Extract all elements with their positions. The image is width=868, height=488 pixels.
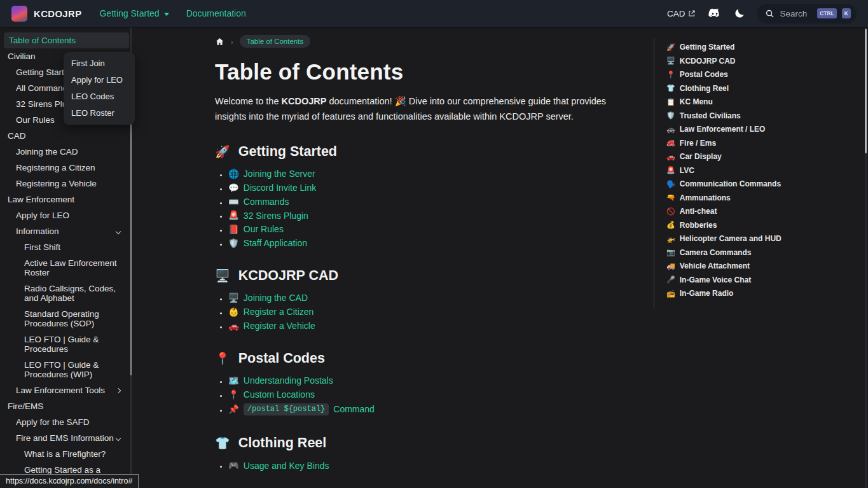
toc-link-postal-codes[interactable]: 📍Postal Codes — [666, 70, 855, 79]
discord-icon[interactable] — [708, 8, 722, 19]
sidebar-item-label: LEO FTO | Guide & Procedures — [24, 335, 123, 354]
brand-title[interactable]: KCDOJRP — [34, 8, 81, 19]
sidebar-item-registering-a-vehicle[interactable]: Registering a Vehicle — [0, 176, 129, 192]
toc-link-kc-menu[interactable]: 📋KC Menu — [666, 97, 855, 106]
toc-link-law-enforcement-leo[interactable]: 🚓Law Enforcement / LEO — [666, 125, 855, 134]
toc-link-label: Ammunations — [680, 193, 731, 202]
doc-link-joining-the-server[interactable]: 🌐Joining the Server — [228, 169, 315, 179]
sidebar-scrollbar-thumb[interactable] — [130, 89, 132, 375]
sidebar-item-label: Registering a Citizen — [16, 163, 95, 172]
cad-external-link[interactable]: CAD — [667, 9, 696, 18]
toc-link-clothing-reel[interactable]: 👕Clothing Reel — [666, 84, 855, 93]
doc-link-custom-locations[interactable]: 📍Custom Locations — [228, 390, 315, 400]
sidebar-item-label: Standard Operating Procedures (SOP) — [24, 309, 123, 328]
sidebar-item-what-is-a-firefighter[interactable]: What is a Firefighter? — [0, 446, 129, 462]
list-item: 🎮Usage and Key Binds — [228, 461, 640, 470]
sidebar-item-cad[interactable]: CAD — [0, 128, 129, 144]
doc-link-our-rules[interactable]: 📕Our Rules — [228, 225, 284, 234]
sidebar-item-radio-callsigns-codes-and-alphabet[interactable]: Radio Callsigns, Codes, and Alphabet — [0, 281, 129, 306]
nav-link-getting-started[interactable]: Getting Started — [99, 8, 169, 18]
table-of-contents-nav: 🚀Getting Started🖥️KCDOJRP CAD📍Postal Cod… — [654, 38, 855, 309]
doc-link-command[interactable]: 📌/postal ${postal}Command — [228, 403, 375, 415]
money-bag-icon: 💰 — [666, 221, 675, 228]
sidebar-item-table-of-contents[interactable]: Table of Contents — [4, 32, 129, 48]
sidebar-item-fire-ems[interactable]: Fire/EMS — [0, 398, 129, 414]
sidebar-item-label: Civilian — [8, 52, 36, 61]
page-scrollbar-thumb[interactable] — [865, 29, 867, 153]
list-item: 📌/postal ${postal}Command — [228, 403, 640, 415]
status-url-tooltip: https://docs.kcdojrp.com/docs/intro# — [0, 474, 139, 488]
camera-icon: 📷 — [666, 249, 675, 256]
toc-link-getting-started[interactable]: 🚀Getting Started — [666, 43, 855, 52]
dropdown-item-first-join[interactable]: First Join — [64, 55, 135, 72]
toc-link-robberies[interactable]: 💰Robberies — [666, 221, 855, 230]
search-input[interactable]: Search CTRL K — [757, 4, 857, 24]
game-controller-icon: 🎮 — [228, 461, 239, 470]
toc-link-label: In-Game Voice Chat — [680, 275, 751, 284]
doc-link-label: Commands — [244, 197, 289, 207]
desktop-computer-icon: 🖥️ — [228, 294, 239, 303]
nav-link-documentation[interactable]: Documentation — [186, 8, 246, 18]
sidebar-item-apply-for-leo[interactable]: Apply for LEO — [0, 207, 129, 223]
doc-link-usage-and-key-binds[interactable]: 🎮Usage and Key Binds — [228, 461, 329, 471]
section-title: Postal Codes — [238, 351, 325, 366]
app-body: Table of ContentsCivilianGetting Started… — [0, 27, 868, 488]
toc-link-ammunations[interactable]: 🔫Ammunations — [666, 193, 855, 202]
radio-icon: 📻 — [666, 290, 675, 297]
intro-brand: KCDOJRP — [282, 96, 327, 106]
list-item: 📍Custom Locations — [228, 390, 640, 400]
doc-link-label: Our Rules — [244, 225, 284, 234]
sidebar-item-standard-operating-procedures-sop[interactable]: Standard Operating Procedures (SOP) — [0, 306, 129, 331]
toc-link-in-game-radio[interactable]: 📻In-Game Radio — [666, 289, 855, 298]
shield-icon: 🛡️ — [228, 239, 239, 248]
toc-link-communication-commands[interactable]: 🗣️Communication Commands — [666, 179, 855, 188]
sidebar-item-fire-and-ems-information[interactable]: Fire and EMS Information — [0, 430, 129, 446]
breadcrumb-separator: › — [231, 38, 233, 46]
toc-link-anti-cheat[interactable]: 🚫Anti-cheat — [666, 207, 855, 216]
sidebar-item-leo-fto-guide-procedures[interactable]: LEO FTO | Guide & Procedures — [0, 331, 129, 357]
page-title: Table of Contents — [215, 59, 640, 85]
sidebar-item-active-law-enforcement-roster[interactable]: Active Law Enforcement Roster — [0, 255, 129, 281]
doc-link-understanding-postals[interactable]: 🗺️Understanding Postals — [228, 376, 333, 386]
toc-link-helicopter-camera-and-hud[interactable]: 🚁Helicopter Camera and HUD — [666, 234, 855, 243]
section-heading: 📍Postal Codes — [215, 351, 640, 366]
home-icon[interactable] — [215, 37, 224, 46]
dropdown-item-leo-roster[interactable]: LEO Roster — [64, 105, 135, 122]
doc-link-label: Register a Vehicle — [244, 321, 315, 331]
sidebar-item-registering-a-citizen[interactable]: Registering a Citizen — [0, 160, 129, 176]
doc-link-discord-invite-link[interactable]: 💬Discord Invite Link — [228, 183, 316, 193]
water-pistol-icon: 🔫 — [666, 194, 675, 201]
doc-link-label: Custom Locations — [244, 390, 315, 400]
sidebar-item-information[interactable]: Information — [0, 223, 129, 239]
dropdown-item-leo-codes[interactable]: LEO Codes — [64, 88, 135, 105]
sidebar-item-leo-fto-guide-procedures-wip[interactable]: LEO FTO | Guide & Procedures (WIP) — [0, 357, 129, 382]
doc-link-register-a-citizen[interactable]: 👶Register a Citizen — [228, 307, 313, 317]
toc-link-fire-ems[interactable]: 🚒Fire / Ems — [666, 139, 855, 148]
toc-link-lvc[interactable]: 🚨LVC — [666, 166, 855, 175]
doc-link-32-sirens-plugin[interactable]: 🚨32 Sirens Plugin — [228, 211, 308, 221]
sidebar-item-first-shift[interactable]: First Shift — [0, 239, 129, 255]
navbar-right: CAD Search CTRL K — [667, 4, 857, 24]
doc-link-register-a-vehicle[interactable]: 🚗Register a Vehicle — [228, 321, 315, 331]
doc-link-joining-the-cad[interactable]: 🖥️Joining the CAD — [228, 293, 308, 303]
sidebar-item-apply-for-the-safd[interactable]: Apply for the SAFD — [0, 414, 129, 430]
toc-link-label: Clothing Reel — [680, 84, 729, 93]
toc-link-car-display[interactable]: 🚗Car Display — [666, 152, 855, 161]
doc-link-staff-application[interactable]: 🛡️Staff Application — [228, 239, 307, 248]
sidebar-item-law-enforcement-tools[interactable]: Law Enforcement Tools — [0, 382, 129, 398]
section-title: Getting Started — [238, 144, 337, 160]
sidebar-item-label: LEO FTO | Guide & Procedures (WIP) — [24, 360, 123, 379]
sidebar-item-joining-the-cad[interactable]: Joining the CAD — [0, 144, 129, 160]
toc-link-label: LVC — [680, 166, 694, 175]
toc-link-trusted-civilians[interactable]: 🛡️Trusted Civilians — [666, 111, 855, 120]
dark-mode-toggle-moon-icon[interactable] — [734, 8, 745, 19]
dropdown-item-apply-for-leo[interactable]: Apply for LEO — [64, 72, 135, 88]
toc-link-camera-commands[interactable]: 📷Camera Commands — [666, 248, 855, 257]
toc-link-vehicle-attachment[interactable]: 🚚Vehicle Attachment — [666, 261, 855, 270]
sidebar-item-law-enforcement[interactable]: Law Enforcement — [0, 192, 129, 207]
toc-link-kcdojrp-cad[interactable]: 🖥️KCDOJRP CAD — [666, 57, 855, 66]
brand-logo[interactable] — [11, 6, 27, 22]
toc-link-in-game-voice-chat[interactable]: 🎤In-Game Voice Chat — [666, 275, 855, 284]
doc-link-commands[interactable]: ⌨️Commands — [228, 197, 289, 207]
rocket-icon: 🚀 — [215, 146, 230, 158]
